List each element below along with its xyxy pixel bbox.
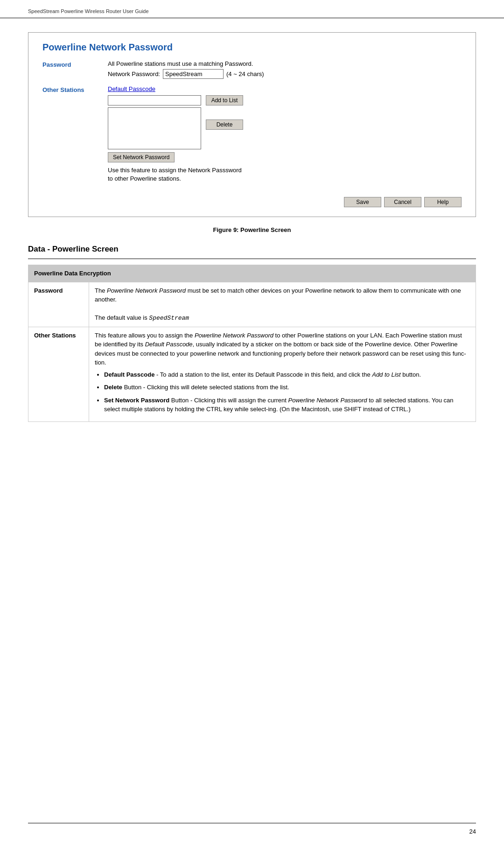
dialog-box: Powerline Network Password Password All … — [28, 32, 476, 217]
table-password-content: The Powerline Network Password must be s… — [89, 282, 476, 327]
password-content: All Powerline stations must use a matchi… — [108, 60, 462, 79]
add-to-list-button[interactable]: Add to List — [206, 95, 243, 105]
table-password-label: Password — [28, 282, 89, 327]
password-row: Password All Powerline stations must use… — [42, 60, 462, 79]
figure-caption-text: Figure 9: Powerline Screen — [213, 226, 291, 233]
table-other-stations-content: This feature allows you to assign the Po… — [89, 327, 476, 421]
password-description: All Powerline stations must use a matchi… — [108, 60, 462, 67]
network-password-input[interactable] — [163, 69, 224, 79]
figure-caption: Figure 9: Powerline Screen — [28, 226, 476, 233]
table-other-stations-label: Other Stations — [28, 327, 89, 421]
powerline-network-password-italic2: Powerline Network Password — [288, 397, 367, 404]
list-item: Default Passcode - To add a station to t… — [104, 370, 470, 379]
help-button[interactable]: Help — [424, 197, 462, 207]
feature-description-line2: to other Powerline stations. — [108, 175, 181, 182]
cancel-button[interactable]: Cancel — [384, 197, 421, 207]
delete-button[interactable]: Delete — [206, 119, 243, 130]
network-password-hint: (4 ~ 24 chars) — [226, 70, 264, 77]
default-passcode-link[interactable]: Default Passcode — [108, 85, 462, 92]
page-header: SpeedStream Powerline Wireless Router Us… — [0, 0, 504, 18]
stations-buttons: Add to List Delete — [206, 95, 243, 130]
bullet-list: Default Passcode - To add a station to t… — [104, 370, 470, 414]
list-item: Set Network Password Button - Clicking t… — [104, 396, 470, 414]
password-label: Password — [42, 60, 108, 68]
default-passcode-ref: Default Passcode — [145, 341, 193, 348]
feature-description: Use this feature to assign the Network P… — [108, 166, 462, 183]
default-passcode-bold: Default Passcode — [104, 371, 154, 378]
table-header: Powerline Data Encryption — [28, 265, 476, 282]
save-button[interactable]: Save — [344, 197, 381, 207]
header-text: SpeedStream Powerline Wireless Router Us… — [28, 8, 149, 14]
delete-bold: Delete — [104, 384, 122, 391]
passcode-input[interactable] — [108, 95, 201, 105]
dialog-title: Powerline Network Password — [42, 42, 462, 53]
other-stations-row: Other Stations Default Passcode Add to L… — [42, 85, 462, 185]
table-row: Password The Powerline Network Password … — [28, 282, 476, 327]
set-network-password-bold: Set Network Password — [104, 397, 169, 404]
page-number: 24 — [469, 828, 476, 835]
other-stations-label: Other Stations — [42, 85, 108, 93]
network-password-label: Network Password: — [108, 70, 160, 77]
powerline-network-password-ref: Powerline Network Password — [195, 332, 273, 339]
stations-left — [108, 95, 201, 149]
network-password-row: Network Password: (4 ~ 24 chars) — [108, 69, 462, 79]
data-table: Powerline Data Encryption Password The P… — [28, 265, 476, 422]
powerline-network-password-italic: Powerline Network Password — [107, 287, 186, 294]
set-network-password-button[interactable]: Set Network Password — [108, 152, 175, 162]
dialog-footer: Save Cancel Help — [42, 192, 462, 207]
table-row: Other Stations This feature allows you t… — [28, 327, 476, 421]
stations-controls: Add to List Delete — [108, 95, 462, 149]
default-value-monospace: SpeedStream — [149, 315, 189, 322]
page-footer-line — [28, 823, 476, 823]
other-stations-content: Default Passcode Add to List Delete Set … — [108, 85, 462, 185]
list-item: Delete Button - Clicking this will delet… — [104, 383, 470, 392]
data-section-title: Data - Powerline Screen — [28, 245, 476, 254]
feature-description-line1: Use this feature to assign the Network P… — [108, 167, 242, 174]
stations-listbox[interactable] — [108, 107, 201, 149]
add-to-list-italic: Add to List — [372, 371, 400, 378]
